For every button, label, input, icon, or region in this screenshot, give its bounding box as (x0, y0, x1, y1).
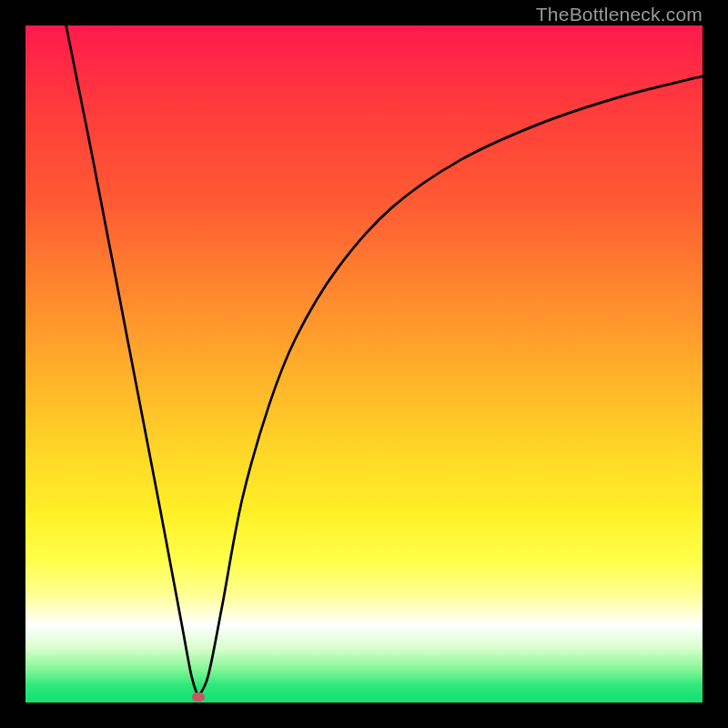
plot-area (25, 25, 703, 703)
bottleneck-curve (25, 25, 703, 703)
chart-frame: TheBottleneck.com (0, 0, 728, 728)
curve-path (66, 25, 703, 699)
attribution-label: TheBottleneck.com (536, 4, 703, 25)
optimum-dot-icon (192, 693, 205, 702)
